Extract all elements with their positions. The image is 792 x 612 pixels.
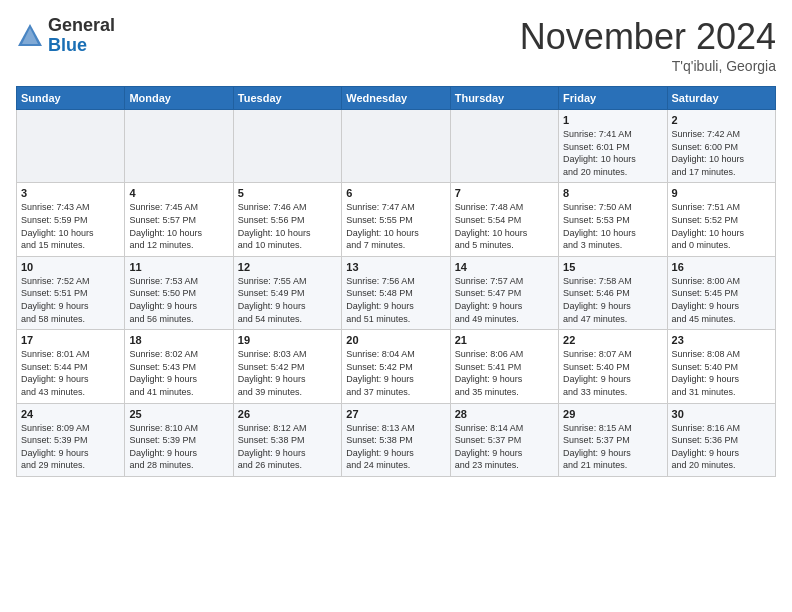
day-info: Sunrise: 7:52 AM Sunset: 5:51 PM Dayligh… bbox=[21, 275, 120, 325]
day-info: Sunrise: 8:03 AM Sunset: 5:42 PM Dayligh… bbox=[238, 348, 337, 398]
calendar-day: 22Sunrise: 8:07 AM Sunset: 5:40 PM Dayli… bbox=[559, 330, 667, 403]
calendar-day: 13Sunrise: 7:56 AM Sunset: 5:48 PM Dayli… bbox=[342, 256, 450, 329]
calendar-header: SundayMondayTuesdayWednesdayThursdayFrid… bbox=[17, 87, 776, 110]
day-info: Sunrise: 7:47 AM Sunset: 5:55 PM Dayligh… bbox=[346, 201, 445, 251]
day-info: Sunrise: 7:50 AM Sunset: 5:53 PM Dayligh… bbox=[563, 201, 662, 251]
weekday-header-saturday: Saturday bbox=[667, 87, 775, 110]
day-number: 23 bbox=[672, 334, 771, 346]
weekday-header-thursday: Thursday bbox=[450, 87, 558, 110]
calendar-day: 15Sunrise: 7:58 AM Sunset: 5:46 PM Dayli… bbox=[559, 256, 667, 329]
day-info: Sunrise: 7:43 AM Sunset: 5:59 PM Dayligh… bbox=[21, 201, 120, 251]
day-number: 4 bbox=[129, 187, 228, 199]
calendar-day: 16Sunrise: 8:00 AM Sunset: 5:45 PM Dayli… bbox=[667, 256, 775, 329]
day-info: Sunrise: 8:01 AM Sunset: 5:44 PM Dayligh… bbox=[21, 348, 120, 398]
weekday-header-sunday: Sunday bbox=[17, 87, 125, 110]
day-number: 18 bbox=[129, 334, 228, 346]
day-info: Sunrise: 8:12 AM Sunset: 5:38 PM Dayligh… bbox=[238, 422, 337, 472]
calendar-day: 7Sunrise: 7:48 AM Sunset: 5:54 PM Daylig… bbox=[450, 183, 558, 256]
day-number: 17 bbox=[21, 334, 120, 346]
day-number: 7 bbox=[455, 187, 554, 199]
calendar-day: 10Sunrise: 7:52 AM Sunset: 5:51 PM Dayli… bbox=[17, 256, 125, 329]
calendar-day bbox=[17, 110, 125, 183]
day-info: Sunrise: 8:09 AM Sunset: 5:39 PM Dayligh… bbox=[21, 422, 120, 472]
day-info: Sunrise: 8:16 AM Sunset: 5:36 PM Dayligh… bbox=[672, 422, 771, 472]
day-number: 12 bbox=[238, 261, 337, 273]
day-info: Sunrise: 7:55 AM Sunset: 5:49 PM Dayligh… bbox=[238, 275, 337, 325]
day-number: 20 bbox=[346, 334, 445, 346]
day-info: Sunrise: 7:57 AM Sunset: 5:47 PM Dayligh… bbox=[455, 275, 554, 325]
calendar-day: 6Sunrise: 7:47 AM Sunset: 5:55 PM Daylig… bbox=[342, 183, 450, 256]
day-info: Sunrise: 7:56 AM Sunset: 5:48 PM Dayligh… bbox=[346, 275, 445, 325]
day-info: Sunrise: 7:51 AM Sunset: 5:52 PM Dayligh… bbox=[672, 201, 771, 251]
day-number: 6 bbox=[346, 187, 445, 199]
day-number: 22 bbox=[563, 334, 662, 346]
logo: General Blue bbox=[16, 16, 115, 56]
day-info: Sunrise: 8:14 AM Sunset: 5:37 PM Dayligh… bbox=[455, 422, 554, 472]
calendar-day: 8Sunrise: 7:50 AM Sunset: 5:53 PM Daylig… bbox=[559, 183, 667, 256]
calendar-table: SundayMondayTuesdayWednesdayThursdayFrid… bbox=[16, 86, 776, 477]
logo-general: General bbox=[48, 16, 115, 36]
day-number: 1 bbox=[563, 114, 662, 126]
calendar-day: 14Sunrise: 7:57 AM Sunset: 5:47 PM Dayli… bbox=[450, 256, 558, 329]
day-info: Sunrise: 8:00 AM Sunset: 5:45 PM Dayligh… bbox=[672, 275, 771, 325]
calendar-day: 29Sunrise: 8:15 AM Sunset: 5:37 PM Dayli… bbox=[559, 403, 667, 476]
logo-blue: Blue bbox=[48, 36, 115, 56]
day-number: 25 bbox=[129, 408, 228, 420]
calendar-day: 2Sunrise: 7:42 AM Sunset: 6:00 PM Daylig… bbox=[667, 110, 775, 183]
day-info: Sunrise: 8:08 AM Sunset: 5:40 PM Dayligh… bbox=[672, 348, 771, 398]
day-number: 27 bbox=[346, 408, 445, 420]
day-number: 30 bbox=[672, 408, 771, 420]
day-number: 26 bbox=[238, 408, 337, 420]
calendar-week-1: 1Sunrise: 7:41 AM Sunset: 6:01 PM Daylig… bbox=[17, 110, 776, 183]
calendar-day: 23Sunrise: 8:08 AM Sunset: 5:40 PM Dayli… bbox=[667, 330, 775, 403]
calendar-day: 18Sunrise: 8:02 AM Sunset: 5:43 PM Dayli… bbox=[125, 330, 233, 403]
weekday-row: SundayMondayTuesdayWednesdayThursdayFrid… bbox=[17, 87, 776, 110]
day-number: 5 bbox=[238, 187, 337, 199]
day-number: 15 bbox=[563, 261, 662, 273]
day-number: 8 bbox=[563, 187, 662, 199]
day-number: 28 bbox=[455, 408, 554, 420]
calendar-week-2: 3Sunrise: 7:43 AM Sunset: 5:59 PM Daylig… bbox=[17, 183, 776, 256]
weekday-header-wednesday: Wednesday bbox=[342, 87, 450, 110]
day-number: 3 bbox=[21, 187, 120, 199]
day-number: 11 bbox=[129, 261, 228, 273]
day-number: 10 bbox=[21, 261, 120, 273]
day-info: Sunrise: 7:46 AM Sunset: 5:56 PM Dayligh… bbox=[238, 201, 337, 251]
weekday-header-monday: Monday bbox=[125, 87, 233, 110]
calendar-week-4: 17Sunrise: 8:01 AM Sunset: 5:44 PM Dayli… bbox=[17, 330, 776, 403]
weekday-header-friday: Friday bbox=[559, 87, 667, 110]
calendar-day: 1Sunrise: 7:41 AM Sunset: 6:01 PM Daylig… bbox=[559, 110, 667, 183]
day-info: Sunrise: 7:58 AM Sunset: 5:46 PM Dayligh… bbox=[563, 275, 662, 325]
calendar-day: 24Sunrise: 8:09 AM Sunset: 5:39 PM Dayli… bbox=[17, 403, 125, 476]
day-info: Sunrise: 7:53 AM Sunset: 5:50 PM Dayligh… bbox=[129, 275, 228, 325]
calendar-day: 3Sunrise: 7:43 AM Sunset: 5:59 PM Daylig… bbox=[17, 183, 125, 256]
logo-text: General Blue bbox=[48, 16, 115, 56]
calendar-day: 11Sunrise: 7:53 AM Sunset: 5:50 PM Dayli… bbox=[125, 256, 233, 329]
day-info: Sunrise: 7:45 AM Sunset: 5:57 PM Dayligh… bbox=[129, 201, 228, 251]
calendar-week-3: 10Sunrise: 7:52 AM Sunset: 5:51 PM Dayli… bbox=[17, 256, 776, 329]
day-info: Sunrise: 8:07 AM Sunset: 5:40 PM Dayligh… bbox=[563, 348, 662, 398]
location: T'q'ibuli, Georgia bbox=[520, 58, 776, 74]
day-info: Sunrise: 8:06 AM Sunset: 5:41 PM Dayligh… bbox=[455, 348, 554, 398]
day-number: 29 bbox=[563, 408, 662, 420]
day-number: 19 bbox=[238, 334, 337, 346]
calendar-day: 26Sunrise: 8:12 AM Sunset: 5:38 PM Dayli… bbox=[233, 403, 341, 476]
page-header: General Blue November 2024 T'q'ibuli, Ge… bbox=[16, 16, 776, 74]
calendar-day: 9Sunrise: 7:51 AM Sunset: 5:52 PM Daylig… bbox=[667, 183, 775, 256]
day-number: 2 bbox=[672, 114, 771, 126]
day-number: 16 bbox=[672, 261, 771, 273]
calendar-day: 30Sunrise: 8:16 AM Sunset: 5:36 PM Dayli… bbox=[667, 403, 775, 476]
calendar-week-5: 24Sunrise: 8:09 AM Sunset: 5:39 PM Dayli… bbox=[17, 403, 776, 476]
calendar-day bbox=[125, 110, 233, 183]
day-info: Sunrise: 8:04 AM Sunset: 5:42 PM Dayligh… bbox=[346, 348, 445, 398]
day-info: Sunrise: 8:10 AM Sunset: 5:39 PM Dayligh… bbox=[129, 422, 228, 472]
calendar-day: 21Sunrise: 8:06 AM Sunset: 5:41 PM Dayli… bbox=[450, 330, 558, 403]
calendar-day: 27Sunrise: 8:13 AM Sunset: 5:38 PM Dayli… bbox=[342, 403, 450, 476]
day-info: Sunrise: 8:13 AM Sunset: 5:38 PM Dayligh… bbox=[346, 422, 445, 472]
day-info: Sunrise: 7:48 AM Sunset: 5:54 PM Dayligh… bbox=[455, 201, 554, 251]
calendar-day: 12Sunrise: 7:55 AM Sunset: 5:49 PM Dayli… bbox=[233, 256, 341, 329]
calendar-day: 25Sunrise: 8:10 AM Sunset: 5:39 PM Dayli… bbox=[125, 403, 233, 476]
calendar-day: 19Sunrise: 8:03 AM Sunset: 5:42 PM Dayli… bbox=[233, 330, 341, 403]
day-number: 14 bbox=[455, 261, 554, 273]
calendar-day bbox=[342, 110, 450, 183]
